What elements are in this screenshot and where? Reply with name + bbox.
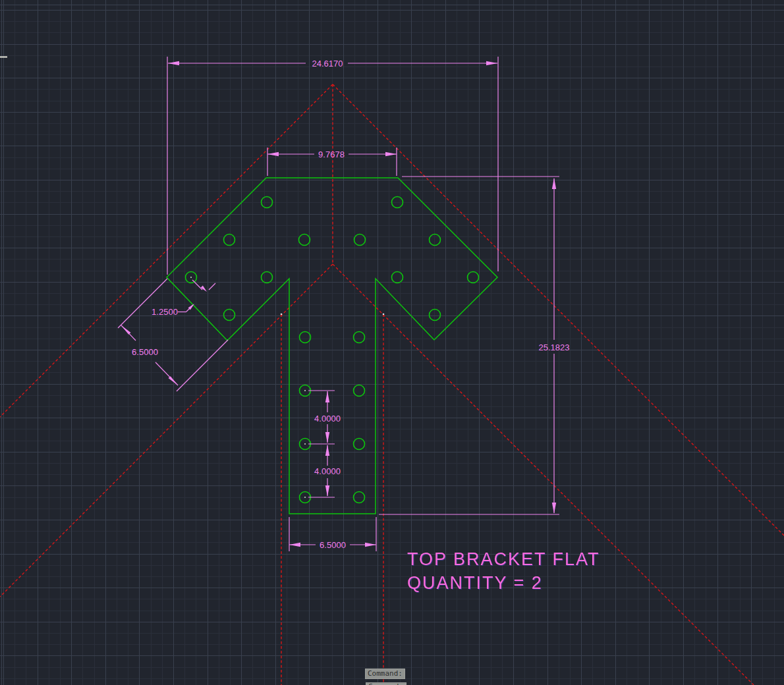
- hole-center-blip: [304, 443, 306, 445]
- dim-hole-spacing-lower[interactable]: 4.0000: [308, 445, 341, 497]
- hole-circle[interactable]: [354, 234, 366, 246]
- drawing-viewport[interactable]: 24.6170 9.7678 25.1823: [0, 0, 784, 685]
- dim-text-overall-height[interactable]: 25.1823: [539, 342, 570, 352]
- bracket-outline[interactable]: [167, 178, 497, 514]
- hole-circle[interactable]: [468, 272, 479, 283]
- dim-text-stem-width[interactable]: 6.5000: [320, 540, 346, 550]
- dim-wing-width[interactable]: 6.5000: [118, 279, 228, 391]
- hole-center-blip: [190, 277, 192, 278]
- hole-circle[interactable]: [262, 197, 273, 208]
- hole-circle[interactable]: [354, 439, 365, 450]
- dim-hole-spacing-upper[interactable]: 4.0000: [308, 391, 341, 444]
- hole-circle[interactable]: [354, 332, 365, 343]
- hole-circle[interactable]: [430, 310, 441, 321]
- dim-stem-width[interactable]: 6.5000: [289, 517, 376, 551]
- dim-text-wing-width[interactable]: 6.5000: [132, 347, 158, 357]
- command-prompt-next-text: Command:: [368, 682, 403, 685]
- intersection-blip: [383, 314, 385, 315]
- hole-circle[interactable]: [354, 385, 365, 397]
- command-prompt-box-next[interactable]: Command:: [366, 682, 406, 685]
- dim-text-overall-width[interactable]: 24.6170: [312, 59, 343, 68]
- drawing-canvas[interactable]: 24.6170 9.7678 25.1823: [0, 0, 784, 685]
- construction-outer-right[interactable]: [333, 84, 784, 535]
- intersection-blip: [281, 314, 283, 315]
- hole-circle[interactable]: [392, 272, 403, 283]
- command-prompt-box[interactable]: Command:: [365, 669, 405, 679]
- dim-text-hole-spacing-lower[interactable]: 4.0000: [314, 466, 341, 476]
- hole-circle[interactable]: [430, 234, 441, 246]
- title-line2[interactable]: QUANTITY = 2: [407, 573, 543, 593]
- bracket-geometry[interactable]: [167, 178, 497, 514]
- construction-inner-right[interactable]: [333, 264, 754, 685]
- screen-artifact-dash: [0, 57, 7, 58]
- title-annotation[interactable]: TOP BRACKET FLAT QUANTITY = 2: [407, 549, 600, 593]
- hole-circle[interactable]: [299, 234, 310, 246]
- dim-top-edge[interactable]: 9.7678: [267, 148, 397, 176]
- hole-circle[interactable]: [300, 332, 311, 343]
- dim-text-top-edge[interactable]: 9.7678: [318, 150, 345, 159]
- title-line1[interactable]: TOP BRACKET FLAT: [407, 549, 600, 569]
- hole-circle[interactable]: [224, 310, 235, 321]
- hole-center-blip: [304, 390, 306, 391]
- dim-overall-height[interactable]: 25.1823: [379, 177, 570, 514]
- command-prompt-text: Command:: [368, 669, 403, 678]
- hole-center-blip: [304, 497, 306, 498]
- dim-hole-offset[interactable]: 1.2500: [152, 280, 215, 317]
- dim-text-hole-spacing-upper[interactable]: 4.0000: [314, 414, 341, 424]
- construction-lines[interactable]: [0, 84, 784, 685]
- hole-circle[interactable]: [262, 272, 273, 283]
- hole-circle[interactable]: [224, 234, 235, 246]
- hole-circle[interactable]: [354, 492, 365, 503]
- construction-outer-left[interactable]: [0, 84, 333, 417]
- dim-text-hole-offset[interactable]: 1.2500: [152, 307, 178, 317]
- hole-circle[interactable]: [392, 197, 403, 208]
